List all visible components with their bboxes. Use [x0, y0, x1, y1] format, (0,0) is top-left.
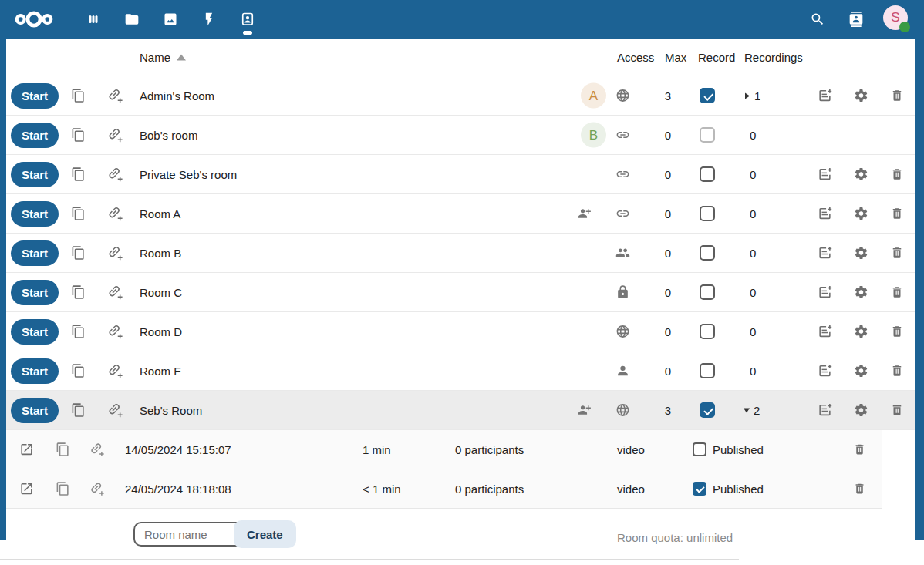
open-recording-button[interactable]: [19, 442, 34, 457]
recordings-cell[interactable]: 0: [739, 129, 756, 142]
copy-room-link-button[interactable]: [71, 128, 86, 143]
contacts-button[interactable]: [841, 4, 872, 35]
recordings-cell[interactable]: 0: [739, 207, 756, 220]
record-cell: [700, 88, 715, 103]
user-avatar[interactable]: S: [883, 5, 908, 30]
room-name-input[interactable]: [133, 522, 246, 547]
add-recording-link-button[interactable]: [89, 442, 105, 457]
start-button[interactable]: Start: [11, 201, 59, 227]
add-link-button[interactable]: [107, 127, 123, 143]
gear-icon: [854, 207, 868, 221]
copy-room-link-button[interactable]: [71, 246, 86, 261]
add-link-button[interactable]: [107, 284, 123, 301]
recordings-cell[interactable]: 0: [739, 365, 756, 378]
edit-room-button[interactable]: [818, 167, 832, 182]
start-button[interactable]: Start: [11, 123, 59, 148]
room-settings-button[interactable]: [854, 285, 868, 300]
edit-room-button[interactable]: [818, 89, 832, 103]
copy-recording-link-button[interactable]: [56, 442, 70, 457]
start-button[interactable]: Start: [11, 162, 59, 187]
edit-room-button[interactable]: [818, 285, 832, 300]
record-checkbox[interactable]: [700, 206, 715, 221]
access-cell: [615, 167, 630, 182]
recordings-cell[interactable]: 2: [739, 404, 760, 417]
record-checkbox[interactable]: [700, 363, 715, 378]
record-checkbox[interactable]: [700, 402, 715, 418]
app-menu-item-dashboard[interactable]: [74, 0, 113, 39]
open-recording-button[interactable]: [19, 482, 34, 496]
room-settings-button[interactable]: [854, 325, 868, 339]
start-button[interactable]: Start: [11, 398, 59, 423]
app-menu-item-activity[interactable]: [190, 0, 228, 39]
edit-room-button[interactable]: [818, 364, 832, 378]
record-checkbox[interactable]: [700, 166, 715, 182]
create-room-button[interactable]: Create: [234, 520, 296, 548]
copy-room-link-button[interactable]: [71, 285, 86, 300]
account-icon: [615, 364, 630, 378]
copy-room-link-button[interactable]: [71, 167, 86, 182]
add-link-button[interactable]: [107, 166, 123, 183]
recordings-cell[interactable]: 0: [739, 325, 756, 338]
sort-ascending-icon: [177, 55, 186, 61]
copy-room-link-button[interactable]: [71, 207, 86, 221]
record-checkbox[interactable]: [700, 284, 715, 300]
add-link-button[interactable]: [107, 206, 123, 222]
record-checkbox[interactable]: [700, 324, 715, 339]
delete-room-button[interactable]: [890, 89, 904, 103]
add-recording-link-button[interactable]: [89, 481, 105, 496]
copy-recording-link-button[interactable]: [56, 482, 70, 496]
recordings-cell[interactable]: 0: [739, 286, 756, 299]
start-button[interactable]: Start: [11, 319, 59, 345]
expand-icon: [745, 92, 750, 99]
edit-room-button[interactable]: [818, 246, 832, 261]
recordings-cell[interactable]: 1: [739, 89, 760, 103]
published-checkbox[interactable]: [693, 482, 706, 496]
app-menu-item-photos[interactable]: [151, 0, 190, 39]
delete-room-button[interactable]: [890, 325, 904, 338]
room-settings-button[interactable]: [854, 89, 868, 103]
start-button[interactable]: Start: [11, 280, 59, 305]
add-link-button[interactable]: [107, 402, 123, 419]
published-checkbox[interactable]: [693, 442, 706, 456]
start-button[interactable]: Start: [11, 358, 59, 384]
room-settings-button[interactable]: [854, 167, 868, 182]
copy-room-link-button[interactable]: [71, 403, 86, 418]
copy-room-link-button[interactable]: [71, 89, 86, 103]
add-link-button[interactable]: [107, 245, 123, 261]
edit-room-button[interactable]: [818, 207, 832, 221]
nextcloud-logo-icon[interactable]: [14, 8, 54, 30]
add-link-button[interactable]: [107, 88, 123, 104]
delete-room-button[interactable]: [890, 246, 904, 260]
delete-room-button[interactable]: [890, 364, 904, 378]
link-plus-icon: [107, 166, 123, 183]
record-checkbox[interactable]: [700, 127, 715, 143]
delete-recording-button[interactable]: [853, 483, 866, 496]
recordings-cell[interactable]: 0: [739, 247, 756, 260]
edit-room-button[interactable]: [818, 403, 832, 418]
room-settings-button[interactable]: [854, 364, 868, 378]
room-name: Room C: [140, 286, 182, 299]
search-button[interactable]: [802, 4, 833, 35]
start-button[interactable]: Start: [11, 240, 59, 266]
table-row: Start Private Seb's room 0 0: [6, 155, 915, 194]
delete-room-button[interactable]: [890, 285, 904, 299]
delete-room-button[interactable]: [890, 207, 904, 220]
column-header-name[interactable]: Name: [140, 51, 186, 64]
copy-room-link-button[interactable]: [71, 364, 86, 378]
app-menu-item-bbb[interactable]: [228, 0, 267, 39]
recordings-cell[interactable]: 0: [739, 168, 756, 181]
copy-room-link-button[interactable]: [71, 325, 86, 339]
delete-room-button[interactable]: [890, 403, 904, 417]
add-link-button[interactable]: [107, 363, 123, 379]
room-settings-button[interactable]: [854, 403, 868, 418]
start-button[interactable]: Start: [11, 83, 59, 109]
delete-recording-button[interactable]: [853, 443, 866, 456]
room-settings-button[interactable]: [854, 246, 868, 261]
record-checkbox[interactable]: [700, 245, 715, 261]
record-checkbox[interactable]: [700, 88, 715, 103]
app-menu-item-files[interactable]: [113, 0, 151, 39]
add-link-button[interactable]: [107, 324, 123, 340]
delete-room-button[interactable]: [890, 167, 904, 181]
room-settings-button[interactable]: [854, 207, 868, 221]
edit-room-button[interactable]: [818, 325, 832, 339]
